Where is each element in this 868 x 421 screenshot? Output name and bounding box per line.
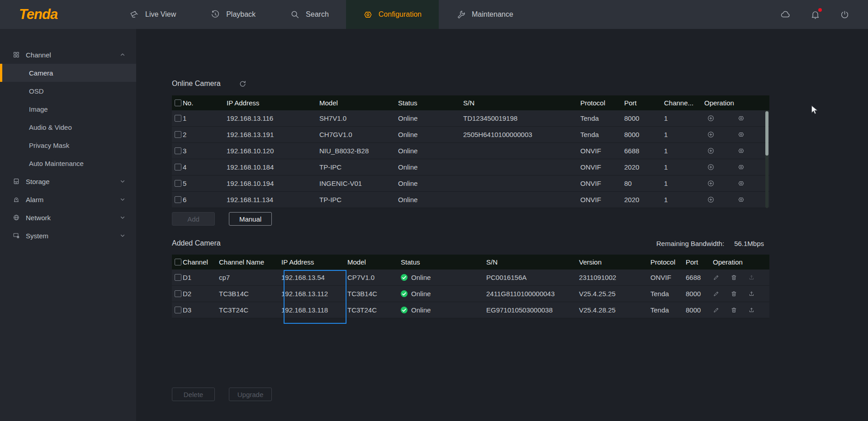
cell-status: Online [398, 159, 463, 175]
cell-protocol: ONVIF [580, 175, 624, 191]
sidebar-item-audio-video[interactable]: Audio & Video [0, 118, 136, 136]
settings-icon[interactable] [737, 131, 745, 138]
cell-sn [463, 143, 580, 159]
cell-ip: 192.168.13.112 [281, 286, 347, 302]
sidebar-item-label: Audio & Video [29, 123, 72, 131]
add-channel-icon[interactable] [707, 114, 715, 122]
settings-icon[interactable] [737, 114, 745, 122]
sidebar-group-channel[interactable]: Channel [0, 46, 136, 64]
upgrade-button[interactable]: Upgrade [229, 388, 272, 401]
cell-model: NIU_B8032-B28 [319, 143, 398, 159]
row-checkbox[interactable] [172, 175, 183, 191]
column-header: Channel Name [219, 255, 281, 270]
cell-ip: 192.168.13.116 [227, 110, 319, 126]
sidebar-group-network[interactable]: Network [0, 208, 136, 227]
add-channel-icon[interactable] [707, 196, 715, 203]
nav-item-maintenance[interactable]: Maintenance [439, 0, 531, 29]
cell-name: cp7 [219, 270, 281, 285]
column-header: Status [398, 95, 463, 110]
cell-port: 8000 [686, 302, 713, 318]
cloud-icon[interactable] [780, 9, 791, 20]
edit-icon[interactable] [713, 290, 720, 297]
table-row[interactable]: 4192.168.10.184TP-IPCOnlineONVIF20201 [172, 159, 769, 175]
column-header: Port [624, 95, 664, 110]
upgrade-icon[interactable] [748, 290, 755, 297]
nav-item-live-view[interactable]: Live View [112, 0, 193, 29]
nav-item-search[interactable]: Search [273, 0, 346, 29]
sidebar-group-alarm[interactable]: Alarm [0, 190, 136, 208]
upgrade-icon[interactable] [748, 307, 755, 313]
bell-icon[interactable] [810, 9, 821, 20]
sidebar-group-system[interactable]: System [0, 227, 136, 245]
table-row[interactable]: 6192.168.11.134TP-IPCOnlineONVIF20201 [172, 192, 769, 208]
add-channel-icon[interactable] [707, 131, 715, 138]
table-scrollbar[interactable] [765, 110, 768, 208]
cell-version: V25.4.25.25 [579, 286, 650, 302]
cell-port: 2020 [624, 159, 664, 175]
row-checkbox[interactable] [172, 270, 183, 285]
sidebar-item-privacy-mask[interactable]: Privacy Mask [0, 136, 136, 154]
monitor-gear-icon [13, 232, 20, 239]
table-row[interactable]: 1192.168.13.116SH7V1.0OnlineTD1234500191… [172, 110, 769, 127]
cell-status: Online [401, 302, 486, 318]
column-header: IP Address [227, 95, 319, 110]
refresh-icon[interactable] [239, 80, 247, 88]
settings-icon[interactable] [737, 147, 745, 155]
settings-icon[interactable] [737, 163, 745, 171]
cell-protocol: ONVIF [580, 143, 624, 159]
manual-button[interactable]: Manual [229, 212, 272, 226]
header-checkbox[interactable] [172, 95, 183, 110]
cell-sn: 2411G8110100000043 [486, 286, 579, 302]
delete-button[interactable]: Delete [172, 388, 215, 401]
table-row[interactable]: 5192.168.10.194INGENIC-V01OnlineONVIF801 [172, 175, 769, 192]
cell-port: 6688 [624, 143, 664, 159]
row-checkbox[interactable] [172, 159, 183, 175]
cell-version: V25.4.28.25 [579, 302, 650, 318]
table-row[interactable]: D1cp7192.168.13.54CP7V1.0OnlinePC0016156… [172, 270, 769, 286]
grid-icon [13, 51, 20, 58]
row-checkbox[interactable] [172, 127, 183, 142]
edit-icon[interactable] [713, 307, 720, 313]
delete-icon[interactable] [730, 307, 737, 313]
table-row[interactable]: D2TC3B14C192.168.13.112TC3B14COnline2411… [172, 286, 769, 302]
scrollbar-thumb[interactable] [765, 111, 768, 156]
delete-icon[interactable] [730, 290, 737, 297]
nav-right-icons [780, 0, 868, 29]
row-checkbox[interactable] [172, 286, 183, 302]
row-checkbox[interactable] [172, 192, 183, 208]
nav-item-configuration[interactable]: Configuration [346, 0, 439, 29]
nav-label: Search [306, 10, 329, 19]
sidebar-group-storage[interactable]: Storage [0, 172, 136, 190]
cell-no: 4 [183, 159, 227, 175]
nav-item-playback[interactable]: Playback [193, 0, 273, 29]
cell-name: TC3B14C [219, 286, 281, 302]
row-checkbox[interactable] [172, 143, 183, 159]
sidebar-item-image[interactable]: Image [0, 100, 136, 118]
sidebar-item-camera[interactable]: Camera [0, 64, 136, 82]
cell-sn [463, 175, 580, 191]
add-channel-icon[interactable] [707, 163, 715, 171]
edit-icon[interactable] [713, 274, 720, 281]
delete-icon[interactable] [730, 274, 737, 281]
sidebar-group-label: Network [26, 214, 51, 222]
power-icon[interactable] [840, 9, 850, 20]
add-button[interactable]: Add [172, 212, 215, 226]
sidebar-item-osd[interactable]: OSD [0, 82, 136, 100]
table-row[interactable]: 3192.168.10.120NIU_B8032-B28OnlineONVIF6… [172, 143, 769, 159]
table-row[interactable]: 2192.168.13.191CH7GV1.0Online2505H641010… [172, 127, 769, 143]
table-row[interactable]: D3TC3T24C192.168.13.118TC3T24COnlineEG97… [172, 302, 769, 318]
header-checkbox[interactable] [172, 255, 183, 270]
settings-icon[interactable] [737, 196, 745, 203]
cell-no: 5 [183, 175, 227, 191]
wrench-icon [456, 9, 466, 19]
cell-ip: 192.168.10.120 [227, 143, 319, 159]
sidebar-group-label: System [26, 232, 48, 240]
add-channel-icon[interactable] [707, 147, 715, 155]
sidebar-item-auto-maintenance[interactable]: Auto Maintenance [0, 154, 136, 172]
row-checkbox[interactable] [172, 302, 183, 318]
disk-icon [13, 178, 20, 185]
upgrade-icon[interactable] [748, 274, 755, 281]
settings-icon[interactable] [737, 180, 745, 187]
row-checkbox[interactable] [172, 110, 183, 126]
add-channel-icon[interactable] [707, 180, 715, 187]
